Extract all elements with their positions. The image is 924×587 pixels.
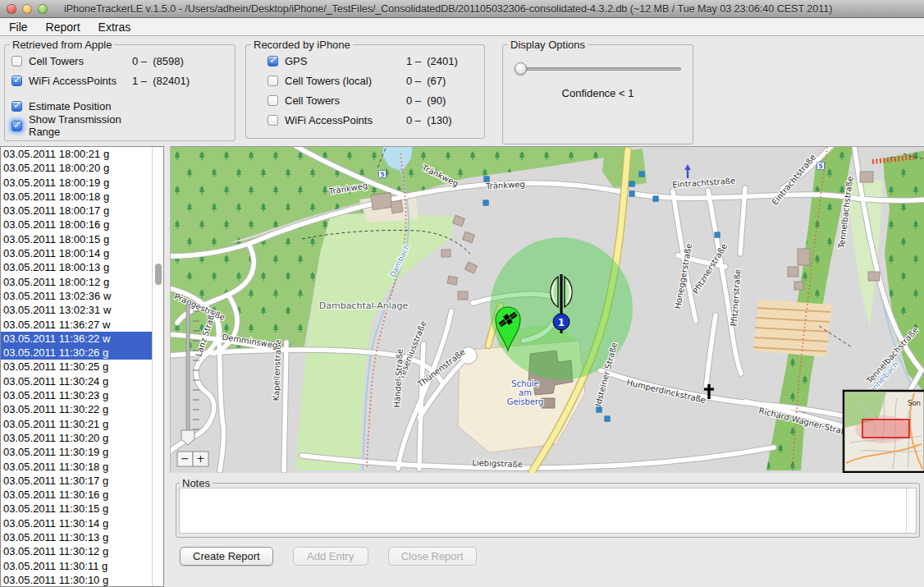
timestamp-row[interactable]: 03.05.2011 11:30:18 g [1, 460, 163, 474]
timestamp-row[interactable]: 03.05.2011 18:00:18 g [1, 190, 163, 204]
timestamp-row[interactable]: 03.05.2011 18:00:15 g [1, 232, 163, 246]
timestamp-row[interactable]: 03.05.2011 11:30:23 g [1, 388, 163, 402]
checkbox-wifi-accesspoints[interactable] [268, 115, 278, 126]
cycle-route-badge: 5 [817, 163, 825, 170]
notes-panel: Notes [176, 477, 920, 538]
checkbox-label: Cell Towers [29, 55, 132, 67]
timestamp-row[interactable]: 03.05.2011 13:02:36 w [1, 289, 163, 303]
wifi-accesspoint-marker[interactable] [629, 191, 635, 197]
timestamp-list[interactable]: 03.05.2011 18:00:21 g03.05.2011 18:00:20… [0, 146, 164, 587]
wifi-accesspoint-marker[interactable] [483, 200, 489, 206]
timestamp-row[interactable]: 03.05.2011 18:00:14 g [1, 246, 163, 260]
minimap-place-label: Son [908, 399, 921, 407]
menu-item-extras[interactable]: Extras [89, 21, 140, 34]
checkbox-wifi-accesspoints[interactable] [11, 76, 22, 86]
list-scrollbar[interactable] [152, 147, 163, 586]
close-window-icon[interactable] [7, 4, 16, 14]
panel-title: Recorded by iPhone [251, 39, 353, 51]
notes-textarea[interactable] [179, 488, 917, 534]
timestamp-row[interactable]: 03.05.2011 18:00:19 g [1, 176, 163, 190]
timestamp-row[interactable]: 03.05.2011 18:00:12 g [1, 275, 163, 289]
timestamp-row[interactable]: 03.05.2011 11:30:20 g [1, 431, 163, 445]
antenna-badge: 1 [558, 317, 565, 328]
checkbox-label: GPS [285, 55, 406, 67]
timestamp-row[interactable]: 03.05.2011 11:30:17 g [1, 474, 163, 488]
timestamp-row[interactable]: 03.05.2011 18:00:13 g [1, 260, 163, 274]
checkbox-cell-towers-local-[interactable] [268, 76, 278, 86]
title-bar: iPhoneTrackerLE v.1.5.0 - /Users/adhein/… [0, 0, 924, 18]
menu-item-file[interactable]: File [0, 21, 37, 34]
wifi-accesspoint-marker[interactable] [639, 172, 645, 177]
map-view[interactable]: TränkwegTränkwegTränkwegEintrachtstraßeE… [170, 146, 924, 473]
zoom-slider-track[interactable] [186, 305, 190, 440]
checkbox-row: WiFi AccessPoints1 – (82401) [5, 71, 235, 90]
slider-thumb[interactable] [515, 62, 527, 75]
wifi-antenna-marker[interactable]: 1 [551, 274, 572, 333]
zoom-out-button[interactable]: − [177, 452, 193, 466]
minimize-window-icon[interactable] [22, 4, 32, 14]
zoom-window-icon[interactable] [38, 4, 48, 14]
timestamp-row[interactable]: 03.05.2011 18:00:17 g [1, 204, 163, 218]
wifi-accesspoint-marker[interactable] [605, 416, 611, 422]
timestamp-row[interactable]: 03.05.2011 11:36:22 w [1, 332, 163, 346]
minimap-overview[interactable]: Son [844, 391, 924, 472]
timestamp-row[interactable]: 03.05.2011 11:30:26 g [1, 346, 163, 360]
wifi-accesspoint-marker[interactable] [597, 407, 602, 413]
checkbox-row: Cell Towers0 – (8598) [5, 51, 235, 71]
confidence-slider[interactable] [515, 62, 681, 76]
timestamp-row[interactable]: 03.05.2011 11:36:27 w [1, 318, 163, 332]
wifi-accesspoint-marker[interactable] [653, 196, 659, 202]
timestamp-row[interactable]: 03.05.2011 11:30:15 g [1, 502, 163, 516]
create-report-button[interactable]: Create Report [180, 547, 273, 566]
timestamp-row[interactable]: 03.05.2011 13:02:31 w [1, 303, 163, 317]
checkbox-label: WiFi AccessPoints [285, 114, 406, 126]
timestamp-row[interactable]: 03.05.2011 11:30:22 g [1, 402, 163, 416]
checkbox-row: WiFi AccessPoints0 – (130) [246, 110, 484, 130]
timestamp-row[interactable]: 03.05.2011 11:30:19 g [1, 445, 163, 459]
timestamp-row[interactable]: 03.05.2011 11:30:21 g [1, 417, 163, 431]
timestamp-row[interactable]: 03.05.2011 18:00:16 g [1, 218, 163, 232]
timestamp-row[interactable]: 03.05.2011 11:30:12 g [1, 544, 163, 558]
timestamp-row[interactable]: 03.05.2011 11:30:25 g [1, 360, 163, 374]
checkbox-row: Show Transmission Range [5, 116, 235, 135]
window-title: iPhoneTrackerLE v.1.5.0 - /Users/adhein/… [54, 3, 832, 15]
street-label: Schule [511, 379, 538, 388]
timestamp-row[interactable]: 03.05.2011 11:30:16 g [1, 488, 163, 502]
checkbox-label: WiFi AccessPoints [29, 75, 132, 87]
checkbox-show-transmission-range[interactable] [11, 121, 22, 131]
street-label: Geisberg [507, 397, 544, 406]
zoom-in-button[interactable]: + [193, 452, 208, 466]
notes-scrollbar[interactable] [906, 488, 916, 533]
checkbox-cell-towers[interactable] [11, 56, 22, 66]
street-label: Dambachtal-Anlage [319, 300, 409, 311]
svg-text:5: 5 [380, 171, 384, 178]
minus-icon: − [181, 452, 190, 465]
minimap-viewport-rect[interactable] [862, 420, 909, 438]
confidence-caption: Confidence < 1 [503, 87, 693, 99]
checkbox-cell-towers[interactable] [268, 95, 278, 106]
panel-title: Retrieved from Apple [10, 39, 114, 51]
wifi-accesspoint-marker[interactable] [715, 232, 720, 238]
timestamp-row[interactable]: 03.05.2011 18:00:21 g [1, 147, 163, 161]
timestamp-row[interactable]: 03.05.2011 18:00:20 g [1, 161, 163, 175]
range-count: 0 – (90) [406, 94, 446, 107]
checkbox-row: Cell Towers (local)0 – (67) [246, 71, 484, 90]
timestamp-row[interactable]: 03.05.2011 11:30:14 g [1, 516, 163, 530]
range-count: 1 – (2401) [406, 55, 458, 67]
window-controls [0, 4, 54, 14]
checkbox-label: Cell Towers [285, 94, 406, 107]
controls-area: Retrieved from Apple Cell Towers0 – (859… [0, 36, 924, 146]
wifi-accesspoint-marker[interactable] [629, 181, 635, 187]
menu-item-report[interactable]: Report [37, 21, 89, 34]
timestamp-row[interactable]: 03.05.2011 11:30:13 g [1, 530, 163, 544]
slider-track[interactable] [515, 67, 681, 71]
timestamp-row[interactable]: 03.05.2011 11:30:10 g [1, 573, 163, 587]
checkbox-estimate-position[interactable] [11, 101, 22, 112]
timestamp-row[interactable]: 03.05.2011 11:30:11 g [1, 559, 163, 573]
wifi-accesspoint-marker[interactable] [484, 177, 490, 182]
timestamp-row[interactable]: 03.05.2011 11:30:24 g [1, 374, 163, 388]
checkbox-gps[interactable] [268, 56, 278, 66]
list-scrollbar-thumb[interactable] [155, 264, 162, 285]
close-report-button: Close Report [388, 547, 477, 566]
checkbox-label: Cell Towers (local) [285, 75, 406, 87]
